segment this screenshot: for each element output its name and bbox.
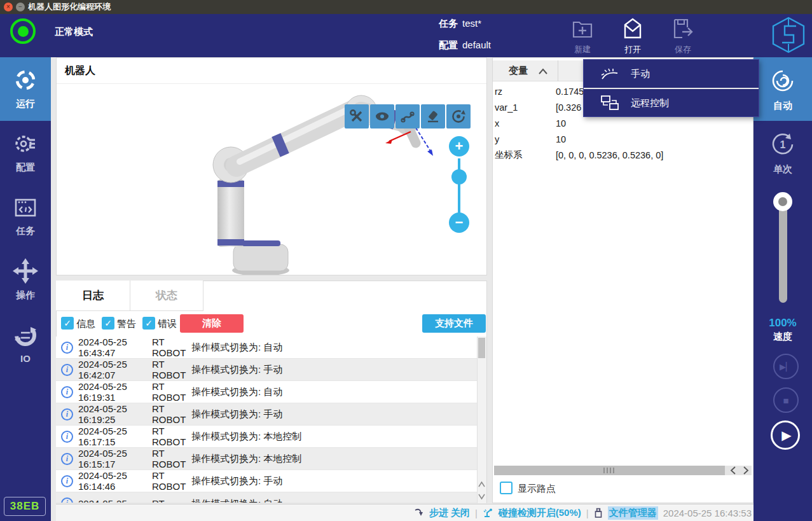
log-entry: i 2024-05-25 16:14:46 RT ROBOT 操作模式切换为: … (56, 470, 477, 492)
filter-warn-checkbox[interactable]: ✓ (102, 317, 114, 330)
new-label: 新建 (562, 44, 603, 55)
collapse-chevron-icon[interactable] (538, 67, 548, 76)
robot-path-button[interactable] (396, 104, 420, 129)
run-target-icon (13, 68, 38, 92)
variables-hscrollbar-thumb[interactable] (494, 466, 725, 475)
filter-info-checkbox[interactable]: ✓ (61, 317, 74, 330)
config-value: default (462, 39, 491, 50)
menu-item-manual[interactable]: 手动 (584, 60, 759, 88)
sidebar-item-task[interactable]: 任务 (0, 184, 51, 248)
scroll-up-icon[interactable] (477, 479, 486, 490)
minimize-icon[interactable]: − (16, 3, 25, 11)
log-entry: i 2024-05-25 16:43:47 RT ROBOT 操作模式切换为: … (56, 337, 477, 359)
log-entry: i 2024-05-25 16:42:07 RT ROBOT 操作模式切换为: … (56, 359, 477, 381)
log-scrollbar-thumb[interactable] (478, 338, 485, 358)
eye-icon (375, 109, 390, 124)
variable-row: 坐标系 [0, 0, 0, 0.5236, 0.5236, 0] (492, 147, 734, 163)
log-entry: i 2024-05-25 16:14:26 RT ROBOT 操作模式切换为: … (56, 492, 477, 503)
zoom-out-button[interactable]: − (449, 212, 469, 233)
sidebar-item-label: 任务 (16, 225, 35, 237)
zoom-in-button[interactable]: + (449, 136, 469, 156)
filter-info-label: 信息 (76, 318, 95, 330)
step-forward-button[interactable]: ▶▏ (773, 354, 799, 379)
tab-status[interactable]: 状态 (130, 281, 203, 311)
collision-status[interactable]: 碰撞检测开启(50%) (499, 507, 581, 519)
show-waypoints-checkbox[interactable] (500, 482, 513, 494)
open-task-button[interactable]: 打开 (612, 17, 653, 55)
sidebar-item-single-run[interactable]: 1 单次 (754, 121, 812, 184)
single-run-label: 单次 (773, 163, 792, 176)
move-arrows-icon (13, 258, 38, 284)
divider (57, 83, 486, 84)
scroll-down-icon[interactable] (477, 490, 486, 502)
sidebar-item-config[interactable]: 配置 (0, 121, 51, 184)
robot-panel-title: 机器人 (65, 64, 95, 78)
info-icon: i (61, 453, 73, 465)
variables-title: 变量 (509, 65, 528, 77)
info-icon: i (61, 431, 73, 443)
play-button[interactable]: ▶ (771, 420, 800, 450)
filter-warn-label: 警告 (117, 318, 136, 330)
variable-row: y 10 (492, 131, 734, 147)
info-icon: i (61, 475, 73, 487)
file-manager-button[interactable]: 文件管理器 (608, 506, 658, 520)
single-cycle-icon: 1 (769, 130, 797, 158)
support-file-button[interactable]: 支持文件 (422, 314, 486, 333)
app-window: × − 机器人图形化编程环境 正常模式 任务 test* 配置 default … (0, 0, 812, 521)
open-file-icon (622, 17, 643, 40)
mode-dropdown-menu: 手动 远程控制 (583, 59, 759, 117)
robot-visibility-button[interactable] (370, 104, 394, 129)
sidebar-item-label: 配置 (16, 162, 35, 174)
config-label: 配置 (439, 39, 458, 52)
collision-icon (483, 508, 493, 518)
manual-label: 手动 (631, 68, 650, 80)
log-scrollbar[interactable] (477, 337, 486, 503)
code-window-icon (13, 195, 38, 219)
new-folder-icon (572, 17, 593, 40)
save-task-button[interactable]: 保存 (663, 17, 703, 55)
new-task-button[interactable]: 新建 (562, 17, 603, 55)
hand-icon (600, 66, 619, 81)
usb-drive-icon (594, 508, 603, 518)
info-icon: i (61, 408, 73, 420)
close-icon[interactable]: × (4, 3, 13, 11)
divider (558, 60, 558, 81)
info-icon: i (61, 386, 73, 398)
path-icon (400, 109, 415, 124)
save-label: 保存 (663, 44, 703, 55)
step-status[interactable]: 步进 关闭 (429, 507, 470, 519)
sidebar-item-auto-mode[interactable]: 自动 (754, 57, 812, 121)
filter-error-checkbox[interactable]: ✓ (142, 317, 155, 330)
mode-label: 正常模式 (55, 26, 93, 38)
task-value: test* (462, 18, 481, 29)
variable-row: x 10 (492, 115, 734, 131)
auto-mode-label: 自动 (773, 100, 792, 112)
normal-mode-indicator-icon (10, 18, 36, 44)
log-entry: i 2024-05-25 16:19:25 RT ROBOT 操作模式切换为: … (56, 403, 477, 426)
clear-log-button[interactable]: 清除 (180, 314, 244, 333)
robot-tools-button[interactable] (345, 104, 369, 129)
info-icon: i (61, 342, 73, 354)
scroll-left-icon[interactable] (729, 466, 739, 475)
speed-slider-handle[interactable] (773, 192, 792, 211)
sidebar-item-operate[interactable]: 操作 (0, 248, 51, 312)
filter-error-label: 错误 (158, 318, 177, 330)
svg-text:1: 1 (780, 139, 786, 150)
robot-erase-button[interactable] (421, 104, 445, 129)
save-icon (672, 17, 694, 40)
sidebar-item-io[interactable]: IO (0, 312, 51, 375)
zoom-slider-track[interactable] (458, 158, 460, 213)
robot-reset-view-button[interactable] (446, 104, 471, 129)
log-entry: i 2024-05-25 16:19:31 RT ROBOT 操作模式切换为: … (56, 381, 477, 403)
os-titlebar: × − 机器人图形化编程环境 (0, 0, 812, 14)
speed-percent: 100% (754, 317, 812, 330)
sidebar-item-run[interactable]: 运行 (0, 57, 51, 121)
scroll-right-icon[interactable] (740, 466, 750, 475)
tab-log[interactable]: 日志 (56, 281, 130, 311)
speed-slider-track[interactable] (779, 202, 787, 303)
zoom-slider-handle[interactable] (451, 169, 467, 184)
stop-button[interactable]: ■ (773, 387, 799, 413)
menu-item-remote-control[interactable]: 远程控制 (584, 89, 759, 117)
sidebar-item-label: 运行 (16, 98, 35, 110)
app-header: 正常模式 任务 test* 配置 default 新建 打开 (0, 14, 812, 57)
